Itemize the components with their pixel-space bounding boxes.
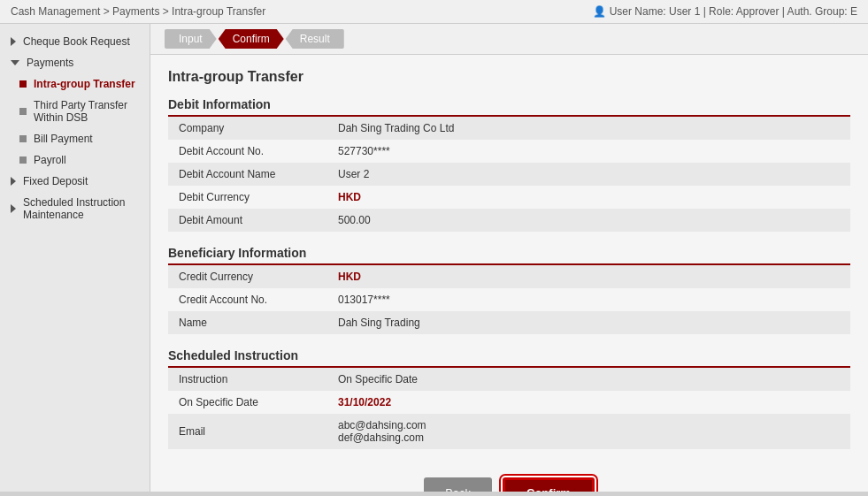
value: User 2 [327,163,850,186]
sidebar-item-bill-payment[interactable]: Bill Payment [0,128,150,149]
label: Debit Account Name [168,163,327,186]
value: HKD [327,265,850,288]
value: 500.00 [327,209,850,232]
table-row: Credit Currency HKD [168,265,850,288]
label: Name [168,311,327,334]
sidebar-item-fixed-deposit[interactable]: Fixed Deposit [0,171,150,192]
label: Credit Account No. [168,288,327,311]
value: HKD [327,186,850,209]
scheduled-table: Instruction On Specific Date On Specific… [168,368,850,449]
beneficiary-table: Credit Currency HKD Credit Account No. 0… [168,265,850,334]
scheduled-section-title: Scheduled Instruction [168,348,850,368]
label: Debit Amount [168,209,327,232]
sidebar-item-scheduled-instruction[interactable]: Scheduled Instruction Maintenance [0,192,150,225]
user-info: 👤 User Name: User 1 | Role: Approver | A… [593,5,857,18]
sidebar: Cheque Book Request Payments Intra-group… [0,24,150,492]
table-row: Debit Amount 500.00 [168,209,850,232]
table-row: Name Dah Sing Trading [168,311,850,334]
debit-section-title: Debit Information [168,97,850,117]
value: 013017**** [327,288,850,311]
sidebar-item-intra-group[interactable]: Intra-group Transfer [0,73,150,95]
table-row: Debit Account Name User 2 [168,163,850,186]
value: abc@dahsing.comdef@dahsing.com [327,414,850,449]
value: Dah Sing Trading Co Ltd [327,117,850,140]
expand-icon [11,37,16,46]
table-row: Instruction On Specific Date [168,368,850,391]
tab-confirm[interactable]: Confirm [219,29,284,49]
bullet-icon [19,156,27,164]
table-row: Company Dah Sing Trading Co Ltd [168,117,850,140]
tab-result[interactable]: Result [286,29,344,49]
table-row: Email abc@dahsing.comdef@dahsing.com [168,414,850,449]
wizard-tabs: Input Confirm Result [150,24,868,55]
main-content: Input Confirm Result Intra-group Transfe… [150,24,868,492]
expand-icon [11,60,19,65]
label: Debit Currency [168,186,327,209]
label: Company [168,117,327,140]
button-area: Back Confirm [168,463,850,492]
table-row: Debit Currency HKD [168,186,850,209]
table-row: On Specific Date 31/10/2022 [168,391,850,414]
value: 31/10/2022 [327,391,850,414]
value: On Specific Date [327,368,850,391]
user-icon: 👤 [593,5,606,18]
sidebar-item-cheque-book[interactable]: Cheque Book Request [0,31,150,52]
top-bar: Cash Management > Payments > Intra-group… [0,0,868,24]
sidebar-item-third-party[interactable]: Third Party Transfer Within DSB [0,95,150,128]
value: 527730**** [327,140,850,163]
page-content: Intra-group Transfer Debit Information C… [150,55,868,492]
label: On Specific Date [168,391,327,414]
bullet-icon [19,108,27,115]
expand-icon [11,204,16,213]
expand-icon [11,177,16,186]
debit-table: Company Dah Sing Trading Co Ltd Debit Ac… [168,117,850,232]
sidebar-item-payroll[interactable]: Payroll [0,149,150,171]
bullet-icon [19,135,27,142]
table-row: Debit Account No. 527730**** [168,140,850,163]
label: Debit Account No. [168,140,327,163]
label: Email [168,414,327,449]
label: Instruction [168,368,327,391]
back-button[interactable]: Back [424,477,492,492]
label: Credit Currency [168,265,327,288]
table-row: Credit Account No. 013017**** [168,288,850,311]
tab-input[interactable]: Input [165,29,217,49]
value: Dah Sing Trading [327,311,850,334]
breadcrumb: Cash Management > Payments > Intra-group… [11,5,265,18]
confirm-button[interactable]: Confirm [503,477,595,492]
bullet-icon [19,80,27,88]
sidebar-item-payments[interactable]: Payments [0,52,150,73]
beneficiary-section-title: Beneficiary Information [168,246,850,265]
page-title: Intra-group Transfer [168,69,850,85]
